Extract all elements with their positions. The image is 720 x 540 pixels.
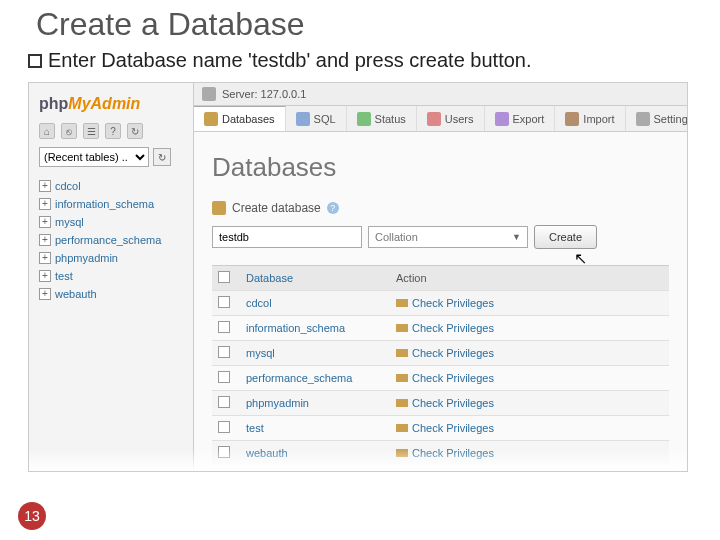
row-checkbox[interactable] — [218, 296, 230, 308]
privileges-icon — [396, 349, 408, 357]
check-privileges-link[interactable]: Check Privileges — [396, 447, 494, 459]
tree-item[interactable]: +information_schema — [37, 195, 185, 213]
db-name-link[interactable]: information_schema — [240, 317, 390, 339]
tree-item[interactable]: +phpmyadmin — [37, 249, 185, 267]
tab-settings[interactable]: Settings — [626, 106, 688, 131]
recent-tables-select[interactable]: (Recent tables) .. — [39, 147, 149, 167]
server-bar: Server: 127.0.0.1 — [194, 83, 687, 106]
row-checkbox[interactable] — [218, 396, 230, 408]
logout-icon[interactable]: ⎋ — [61, 123, 77, 139]
check-privileges-link[interactable]: Check Privileges — [396, 297, 494, 309]
database-icon — [204, 112, 218, 126]
tree-label: mysql — [55, 216, 84, 228]
tree-label: performance_schema — [55, 234, 161, 246]
db-name-link[interactable]: mysql — [240, 342, 390, 364]
check-privileges-link[interactable]: Check Privileges — [396, 322, 494, 334]
expander-icon[interactable]: + — [39, 198, 51, 210]
privileges-icon — [396, 299, 408, 307]
row-checkbox[interactable] — [218, 346, 230, 358]
tab-label: Import — [583, 113, 614, 125]
db-name-link[interactable]: phpmyadmin — [240, 392, 390, 414]
create-button[interactable]: Create — [534, 225, 597, 249]
chevron-down-icon: ▼ — [512, 232, 521, 242]
db-name-link[interactable]: cdcol — [240, 292, 390, 314]
check-privileges-link[interactable]: Check Privileges — [396, 372, 494, 384]
sidebar-toolbar: ⌂ ⎋ ☰ ? ↻ — [39, 123, 183, 139]
create-db-label-row: Create database ? — [212, 201, 669, 215]
tree-item[interactable]: +mysql — [37, 213, 185, 231]
collation-select[interactable]: Collation ▼ — [368, 226, 528, 248]
sql-icon — [296, 112, 310, 126]
table-row: testCheck Privileges — [212, 415, 669, 440]
tab-status[interactable]: Status — [347, 106, 417, 131]
dbname-input[interactable] — [212, 226, 362, 248]
check-privileges-link[interactable]: Check Privileges — [396, 397, 494, 409]
create-db-label: Create database — [232, 201, 321, 215]
expander-icon[interactable]: + — [39, 180, 51, 192]
tab-label: Export — [513, 113, 545, 125]
priv-label: Check Privileges — [412, 422, 494, 434]
settings-icon — [636, 112, 650, 126]
tab-import[interactable]: Import — [555, 106, 625, 131]
logo-myadmin: MyAdmin — [68, 95, 140, 112]
reload-icon[interactable]: ↻ — [127, 123, 143, 139]
expander-icon[interactable]: + — [39, 252, 51, 264]
tab-label: Users — [445, 113, 474, 125]
table-row: mysqlCheck Privileges — [212, 340, 669, 365]
check-privileges-link[interactable]: Check Privileges — [396, 347, 494, 359]
row-checkbox[interactable] — [218, 371, 230, 383]
users-icon — [427, 112, 441, 126]
export-icon — [495, 112, 509, 126]
slide-instruction: Enter Database name 'testdb' and press c… — [0, 45, 720, 82]
tree-label: information_schema — [55, 198, 154, 210]
tab-label: SQL — [314, 113, 336, 125]
db-tree: +cdcol +information_schema +mysql +perfo… — [37, 177, 185, 303]
tab-databases[interactable]: Databases — [194, 106, 286, 131]
screenshot-frame: phpMyAdmin ⌂ ⎋ ☰ ? ↻ (Recent tables) .. … — [28, 82, 688, 472]
tree-label: webauth — [55, 288, 97, 300]
tree-item[interactable]: +webauth — [37, 285, 185, 303]
query-icon[interactable]: ☰ — [83, 123, 99, 139]
priv-label: Check Privileges — [412, 372, 494, 384]
slide-title: Create a Database — [0, 0, 720, 45]
tree-item[interactable]: +cdcol — [37, 177, 185, 195]
table-row: phpmyadminCheck Privileges — [212, 390, 669, 415]
check-privileges-link[interactable]: Check Privileges — [396, 422, 494, 434]
create-db-form: Collation ▼ Create ↖ — [212, 225, 669, 249]
table-row: information_schemaCheck Privileges — [212, 315, 669, 340]
expander-icon[interactable]: + — [39, 288, 51, 300]
bullet-icon — [28, 54, 42, 68]
row-checkbox[interactable] — [218, 321, 230, 333]
priv-label: Check Privileges — [412, 322, 494, 334]
expander-icon[interactable]: + — [39, 216, 51, 228]
import-icon — [565, 112, 579, 126]
db-name-link[interactable]: performance_schema — [240, 367, 390, 389]
refresh-icon[interactable]: ↻ — [153, 148, 171, 166]
tree-item[interactable]: +performance_schema — [37, 231, 185, 249]
instruction-text: Enter Database name 'testdb' and press c… — [48, 49, 532, 71]
expander-icon[interactable]: + — [39, 270, 51, 282]
db-name-link[interactable]: test — [240, 417, 390, 439]
sidebar: phpMyAdmin ⌂ ⎋ ☰ ? ↻ (Recent tables) .. … — [29, 83, 194, 471]
privileges-icon — [396, 424, 408, 432]
table-header: Database Action — [212, 266, 669, 290]
select-all-checkbox[interactable] — [218, 271, 230, 283]
home-icon[interactable]: ⌂ — [39, 123, 55, 139]
expander-icon[interactable]: + — [39, 234, 51, 246]
logo-php: php — [39, 95, 68, 112]
docs-icon[interactable]: ? — [105, 123, 121, 139]
table-row: cdcolCheck Privileges — [212, 290, 669, 315]
priv-label: Check Privileges — [412, 397, 494, 409]
tab-sql[interactable]: SQL — [286, 106, 347, 131]
row-checkbox[interactable] — [218, 446, 230, 458]
db-name-link[interactable]: webauth — [240, 442, 390, 464]
tree-label: test — [55, 270, 73, 282]
help-icon[interactable]: ? — [327, 202, 339, 214]
row-checkbox[interactable] — [218, 421, 230, 433]
tab-users[interactable]: Users — [417, 106, 485, 131]
tree-label: phpmyadmin — [55, 252, 118, 264]
page-number-badge: 13 — [18, 502, 46, 530]
collation-placeholder: Collation — [375, 231, 418, 243]
tree-item[interactable]: +test — [37, 267, 185, 285]
tab-export[interactable]: Export — [485, 106, 556, 131]
